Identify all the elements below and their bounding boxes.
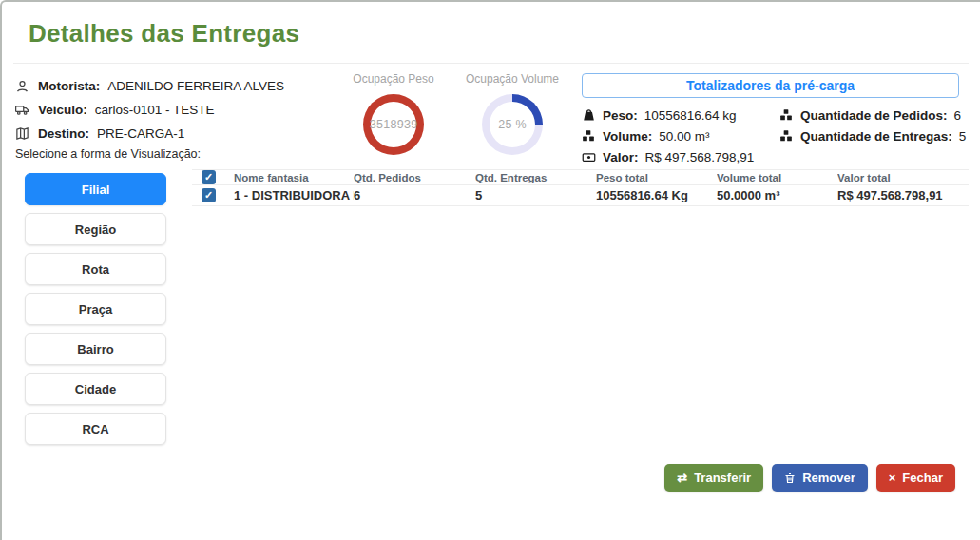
select-all-checkbox[interactable]: ✓ [202, 170, 216, 184]
motorista-label: Motorista: [38, 79, 100, 93]
total-entregas: Quantidade de Entregas: 5 [779, 127, 966, 145]
remover-button[interactable]: Remover [772, 464, 868, 492]
totalizadores-header-box: Totalizadores da pré-carga [582, 73, 959, 98]
entregas-table: ✓ Nome fantasia Qtd. Pedidos Qtd. Entreg… [192, 169, 969, 206]
cell-volume-total: 50.0000 m³ [717, 188, 837, 202]
cell-nome-fantasia: 1 - DISTRIBUIDORA DE ALI... [234, 188, 354, 202]
total-pedidos-label: Quantidade de Pedidos: [800, 108, 948, 123]
motorista-row: Motorista: ADENILDO FERREIRA ALVES [15, 74, 348, 98]
footer-actions: ⇄ Transferir Remover × Fechar [664, 464, 955, 492]
destino-value: PRE-CARGA-1 [97, 126, 184, 141]
view-mode-praca[interactable]: Praça [25, 293, 166, 325]
col-nome-fantasia: Nome fantasia [234, 172, 354, 183]
fechar-button[interactable]: × Fechar [876, 464, 955, 492]
view-mode-list: Filial Região Rota Praça Bairro Cidade R… [25, 173, 166, 453]
view-mode-filial[interactable]: Filial [25, 173, 166, 205]
transfer-arrows-icon: ⇄ [677, 472, 687, 484]
total-pedidos: Quantidade de Pedidos: 6 [779, 106, 961, 124]
check-icon: ✓ [204, 190, 213, 201]
boxes-icon [582, 129, 596, 144]
total-volume-label: Volume: [603, 129, 652, 144]
view-mode-rota[interactable]: Rota [25, 253, 166, 285]
col-peso-total: Peso total [596, 172, 717, 183]
section-divider [13, 164, 969, 164]
person-icon [15, 79, 30, 94]
ocupacao-volume-ring: 25 % [482, 94, 543, 155]
boxes-icon [779, 129, 794, 144]
ocupacao-volume-gauge: Ocupação Volume 25 % [455, 72, 569, 155]
total-peso-value: 10556816.64 kg [644, 108, 737, 123]
total-peso: Peso: 10556816.64 kg [582, 106, 737, 124]
trash-icon [784, 472, 796, 484]
view-mode-cidade[interactable]: Cidade [25, 373, 166, 405]
cell-valor-total: R$ 497.568.798,91 [837, 188, 969, 202]
totalizadores-title: Totalizadores da pré-carga [686, 78, 855, 93]
weight-icon [582, 108, 596, 123]
table-header-row: ✓ Nome fantasia Qtd. Pedidos Qtd. Entreg… [192, 169, 969, 185]
check-icon: ✓ [204, 172, 213, 183]
col-valor-total: Valor total [837, 172, 969, 183]
total-valor-label: Valor: [603, 150, 639, 164]
banknote-icon [582, 150, 596, 164]
ocupacao-peso-gauge: Ocupação Peso 3518939 [336, 72, 451, 155]
cell-qtd-pedidos: 6 [354, 188, 475, 202]
truck-icon [15, 103, 30, 118]
ocupacao-volume-label: Ocupação Volume [466, 72, 559, 86]
total-entregas-label: Quantidade de Entregas: [800, 129, 952, 144]
page-title: Detalhes das Entregas [29, 19, 299, 48]
ocupacao-peso-value: 3518939 [370, 118, 418, 131]
total-entregas-value: 5 [959, 129, 967, 144]
ocupacao-peso-ring: 3518939 [363, 94, 424, 155]
total-peso-label: Peso: [603, 108, 638, 123]
ocupacao-volume-value: 25 % [498, 118, 527, 131]
table-row[interactable]: ✓ 1 - DISTRIBUIDORA DE ALI... 6 5 105568… [192, 185, 969, 206]
remover-label: Remover [802, 471, 855, 485]
boxes-icon [779, 108, 794, 123]
view-mode-bairro[interactable]: Bairro [25, 333, 166, 365]
info-block: Motorista: ADENILDO FERREIRA ALVES Veícu… [15, 74, 348, 161]
delivery-details-modal: Detalhes das Entregas Motorista: ADENILD… [0, 0, 980, 540]
map-icon [15, 126, 30, 142]
veiculo-label: Veículo: [38, 103, 87, 117]
total-pedidos-value: 6 [954, 108, 962, 123]
destino-label: Destino: [38, 126, 89, 141]
destino-row: Destino: PRE-CARGA-1 [15, 122, 348, 145]
view-mode-regiao[interactable]: Região [25, 213, 166, 245]
col-qtd-pedidos: Qtd. Pedidos [354, 172, 475, 183]
col-qtd-entregas: Qtd. Entregas [475, 172, 596, 183]
col-volume-total: Volume total [717, 172, 837, 183]
veiculo-row: Veículo: carlos-0101 - TESTE [15, 98, 348, 122]
close-icon: × [889, 472, 896, 484]
view-mode-prompt: Selecione a forma de Visualização: [15, 147, 348, 161]
fechar-label: Fechar [902, 471, 943, 485]
total-volume: Volume: 50.00 m³ [582, 127, 710, 145]
total-volume-value: 50.00 m³ [659, 129, 709, 144]
cell-peso-total: 10556816.64 Kg [596, 188, 717, 202]
title-divider [13, 63, 969, 64]
cell-qtd-entregas: 5 [475, 188, 596, 202]
ocupacao-peso-label: Ocupação Peso [353, 72, 433, 86]
view-mode-rca[interactable]: RCA [25, 413, 166, 445]
veiculo-value: carlos-0101 - TESTE [95, 103, 215, 117]
transferir-label: Transferir [694, 471, 751, 485]
total-valor-value: R$ 497.568.798,91 [645, 150, 755, 164]
row-checkbox[interactable]: ✓ [202, 188, 216, 202]
motorista-value: ADENILDO FERREIRA ALVES [107, 79, 284, 93]
transferir-button[interactable]: ⇄ Transferir [664, 464, 763, 492]
